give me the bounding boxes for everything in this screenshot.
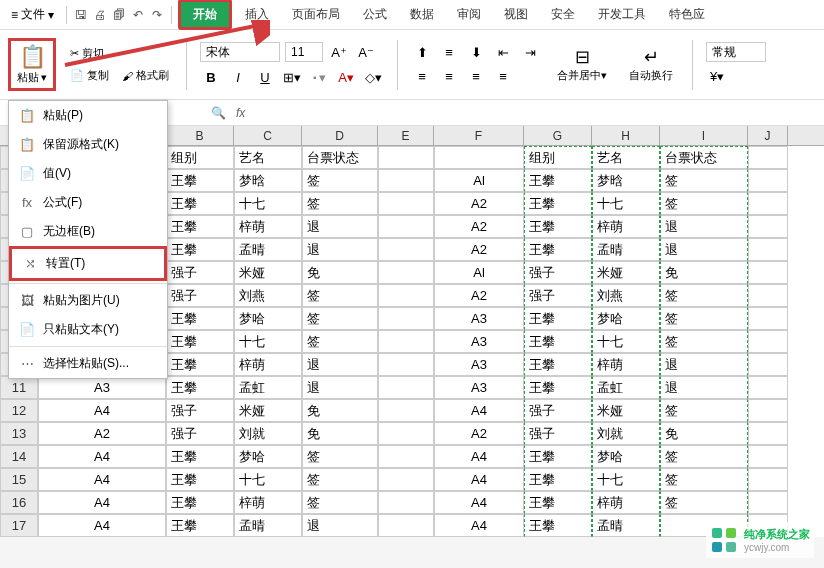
cell[interactable] — [378, 468, 434, 491]
bold-button[interactable]: B — [200, 66, 222, 88]
number-format-select[interactable] — [706, 42, 766, 62]
align-middle-icon[interactable]: ≡ — [438, 42, 460, 64]
cell[interactable]: A2 — [434, 192, 524, 215]
cell[interactable] — [378, 422, 434, 445]
dropdown-item[interactable]: ▢无边框(B) — [9, 217, 167, 246]
cell[interactable]: 签 — [302, 284, 378, 307]
cell[interactable]: A4 — [38, 445, 166, 468]
print-icon[interactable]: 🖨 — [92, 7, 108, 23]
col-header[interactable]: D — [302, 126, 378, 145]
align-left-icon[interactable]: ≡ — [411, 66, 433, 88]
cell[interactable]: 签 — [302, 307, 378, 330]
italic-button[interactable]: I — [227, 66, 249, 88]
dropdown-item[interactable]: 📋粘贴(P) — [9, 101, 167, 130]
format-painter-button[interactable]: 🖌格式刷 — [118, 66, 173, 85]
cell[interactable]: 孟晴 — [234, 514, 302, 537]
cell[interactable]: 梦哈 — [234, 307, 302, 330]
clear-format-button[interactable]: ◇▾ — [362, 66, 384, 88]
cell[interactable]: A4 — [38, 399, 166, 422]
copy-button[interactable]: 📄复制 — [66, 66, 113, 85]
cell[interactable] — [378, 215, 434, 238]
col-header[interactable]: I — [660, 126, 748, 145]
cut-button[interactable]: ✂剪切 — [66, 44, 173, 63]
tab-dev[interactable]: 开发工具 — [588, 2, 656, 27]
cell[interactable]: 王攀 — [166, 468, 234, 491]
cell[interactable]: 孟晴 — [592, 514, 660, 537]
cell[interactable]: 签 — [660, 192, 748, 215]
cell[interactable]: A4 — [434, 468, 524, 491]
cell[interactable] — [378, 169, 434, 192]
cell[interactable]: A3 — [434, 330, 524, 353]
cell[interactable] — [748, 330, 788, 353]
undo-icon[interactable]: ↶ — [130, 7, 146, 23]
cell[interactable]: 米娅 — [592, 399, 660, 422]
cell[interactable]: A4 — [38, 468, 166, 491]
tab-data[interactable]: 数据 — [400, 2, 444, 27]
table-row[interactable]: 12A4强子米娅免A4强子米娅签 — [0, 399, 788, 422]
cell[interactable]: 孟虹 — [592, 376, 660, 399]
cell[interactable]: 退 — [660, 353, 748, 376]
tab-special[interactable]: 特色应 — [659, 2, 715, 27]
cell[interactable]: 免 — [302, 399, 378, 422]
cell[interactable] — [748, 169, 788, 192]
tab-page-layout[interactable]: 页面布局 — [282, 2, 350, 27]
save-icon[interactable]: 🖫 — [73, 7, 89, 23]
cell[interactable]: A2 — [434, 284, 524, 307]
cell[interactable]: 梦哈 — [592, 307, 660, 330]
font-color-button[interactable]: A▾ — [335, 66, 357, 88]
cell[interactable]: 孟晴 — [234, 238, 302, 261]
cell[interactable] — [378, 192, 434, 215]
cell[interactable]: 签 — [302, 330, 378, 353]
cell[interactable]: 签 — [660, 399, 748, 422]
paste-button[interactable]: 📋 粘贴▾ — [8, 38, 56, 91]
cell[interactable]: 十七 — [592, 192, 660, 215]
border-button[interactable]: ⊞▾ — [281, 66, 303, 88]
cell[interactable]: 王攀 — [524, 353, 592, 376]
cell[interactable]: 王攀 — [524, 169, 592, 192]
cell[interactable]: 王攀 — [524, 192, 592, 215]
cell[interactable] — [378, 330, 434, 353]
file-menu[interactable]: ≡文件▾ — [5, 3, 60, 26]
cell[interactable]: 签 — [302, 491, 378, 514]
cell[interactable] — [748, 192, 788, 215]
cell[interactable]: 强子 — [166, 422, 234, 445]
cell[interactable] — [748, 146, 788, 169]
cell[interactable]: 刘就 — [592, 422, 660, 445]
cell[interactable]: 王攀 — [166, 514, 234, 537]
cell[interactable]: 王攀 — [166, 445, 234, 468]
dropdown-item[interactable]: fx公式(F) — [9, 188, 167, 217]
cell[interactable]: 王攀 — [524, 491, 592, 514]
col-header[interactable]: G — [524, 126, 592, 145]
cell[interactable]: A4 — [434, 399, 524, 422]
cell[interactable]: 十七 — [234, 468, 302, 491]
merge-cells-button[interactable]: ⊟ 合并居中▾ — [551, 43, 613, 86]
cell[interactable] — [378, 445, 434, 468]
cell[interactable]: 签 — [660, 307, 748, 330]
row-header[interactable]: 12 — [0, 399, 38, 422]
cell[interactable]: 签 — [302, 445, 378, 468]
indent-right-icon[interactable]: ⇥ — [519, 42, 541, 64]
cell[interactable]: 签 — [302, 192, 378, 215]
cell[interactable]: 米娅 — [234, 261, 302, 284]
row-header[interactable]: 16 — [0, 491, 38, 514]
cell[interactable]: 王攀 — [524, 445, 592, 468]
cell[interactable] — [748, 261, 788, 284]
cell[interactable]: 艺名 — [592, 146, 660, 169]
cell[interactable]: 签 — [302, 468, 378, 491]
increase-font-icon[interactable]: A⁺ — [328, 41, 350, 63]
cell[interactable]: 退 — [302, 238, 378, 261]
cell[interactable]: 组别 — [166, 146, 234, 169]
cell[interactable]: 签 — [302, 169, 378, 192]
cell[interactable] — [378, 353, 434, 376]
align-right-icon[interactable]: ≡ — [465, 66, 487, 88]
cell[interactable]: 强子 — [166, 399, 234, 422]
cell[interactable]: 签 — [660, 468, 748, 491]
cell[interactable] — [378, 514, 434, 537]
cell[interactable]: 王攀 — [524, 376, 592, 399]
cell[interactable]: 梓萌 — [592, 215, 660, 238]
cell[interactable]: 王攀 — [166, 192, 234, 215]
cell[interactable]: A2 — [38, 422, 166, 445]
cell[interactable]: 台票状态 — [660, 146, 748, 169]
cell[interactable]: A2 — [434, 215, 524, 238]
cell[interactable]: 退 — [660, 238, 748, 261]
